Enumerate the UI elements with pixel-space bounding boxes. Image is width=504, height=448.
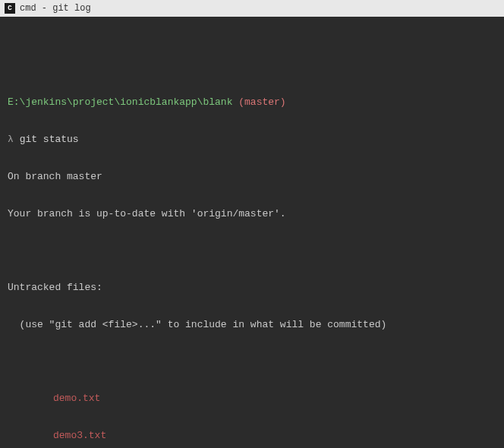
prompt-symbol: λ [8,134,14,145]
command-git-status: git status [20,134,79,145]
untracked-file: demo3.txt [53,430,106,442]
output-line: Your branch is up-to-date with 'origin/m… [8,208,496,220]
output-line: On branch master [8,171,496,183]
window-titlebar: C cmd - git log [0,0,504,17]
output-line: (use "git add <file>..." to include in w… [8,319,496,331]
prompt-branch: (master) [238,96,285,108]
prompt-path: E:\jenkins\project\ionicblankapp\blank [8,96,232,108]
cmd-icon: C [5,3,15,14]
output-line: Untracked files: [8,282,496,294]
untracked-file: demo.txt [53,393,100,405]
terminal-output[interactable]: E:\jenkins\project\ionicblankapp\blank (… [0,17,504,448]
window-title: cmd - git log [20,3,91,14]
